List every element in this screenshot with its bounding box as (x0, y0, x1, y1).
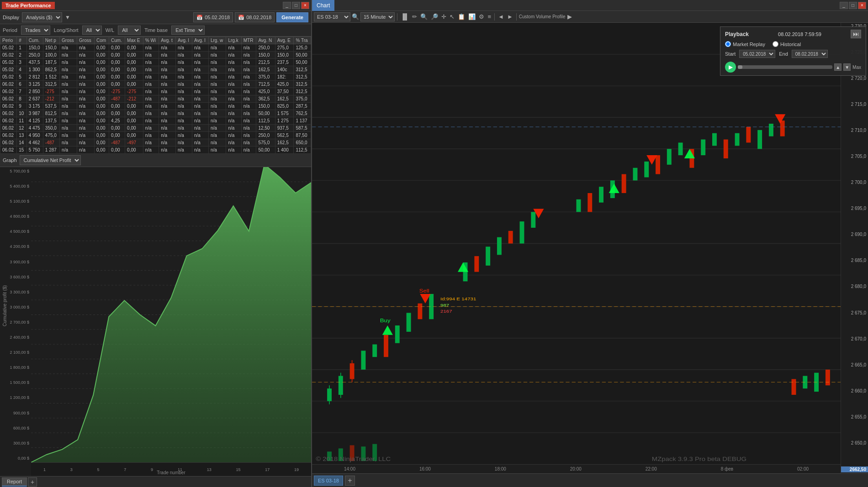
svg-rect-73 (792, 379, 796, 395)
table-row[interactable]: 06.02 6 3 125 312,5 n/a n/a 0,00 0,00 0,… (0, 81, 311, 88)
table-row[interactable]: 06.02 8 2 637 -212 n/a n/a 0,00 -487 -21… (0, 95, 311, 103)
table-row[interactable]: 06.02 13 4 950 475,0 n/a n/a 0,00 0,00 0… (0, 132, 311, 139)
current-price-label: 2662,50 (841, 466, 868, 472)
svg-text:© 2018 NinjaTrader, LLC: © 2018 NinjaTrader, LLC (316, 456, 391, 462)
col-mtr: MTR (241, 37, 256, 44)
y-axis-label: 2 100,00 $ (0, 350, 31, 355)
table-row[interactable]: 06.02 11 4 125 137,5 n/a n/a 0,00 4,25 0… (0, 117, 311, 125)
table-row[interactable]: 06.02 9 3 175 537,5 n/a n/a 0,00 0,00 0,… (0, 103, 311, 110)
symbol-select[interactable]: ES 03-18 (314, 12, 350, 21)
chart-close-btn[interactable]: × (858, 2, 866, 9)
table-row[interactable]: 06.02 7 2 850 -275 n/a n/a 0,00 -275 -27… (0, 88, 311, 95)
step-up-btn[interactable]: ▲ (834, 63, 842, 71)
svg-rect-41 (372, 345, 377, 357)
arrow-btn[interactable]: ↖ (449, 13, 455, 20)
y-axis-label: 5 400,00 $ (0, 184, 31, 189)
price-axis-label: 2 690,0 (841, 232, 868, 237)
y-axis-label: 600,00 $ (0, 426, 31, 430)
close-btn[interactable]: × (301, 2, 309, 9)
svg-rect-55 (587, 193, 592, 212)
wl-select[interactable]: All (118, 26, 141, 35)
maximize-btn[interactable]: □ (292, 2, 300, 9)
col-pctw: % Wi (143, 37, 159, 44)
col-pct: % Tra (294, 37, 311, 44)
report-tab[interactable]: Report (2, 477, 27, 487)
col-gross2: Gross (77, 37, 95, 44)
table-row[interactable]: 05.02 4 1 300 862,5 n/a n/a 0,00 0,00 0,… (0, 66, 311, 73)
end-date-btn[interactable]: 📅 08.02.2018 (235, 12, 275, 22)
filter-icon[interactable]: ▼ (65, 14, 70, 21)
historical-radio[interactable] (773, 41, 778, 47)
period-label: Period (3, 27, 17, 33)
y-axis-title: Cumulative profit ($) (2, 317, 7, 326)
nav-right-btn[interactable]: ► (506, 13, 514, 20)
longshort-select[interactable]: All (82, 26, 102, 35)
col-period: Perio (0, 37, 17, 44)
nav-left-btn[interactable]: ◄ (497, 13, 505, 20)
y-axis-label: 5 100,00 $ (0, 199, 31, 204)
start-date-btn[interactable]: 📅 05.02.2018 (193, 12, 233, 22)
template-btn[interactable]: 📋 (457, 13, 466, 20)
zoom-in-btn[interactable]: 🔍 (419, 13, 429, 20)
draw-btn[interactable]: ✏ (411, 13, 418, 20)
table-row[interactable]: 06.02 10 3 987 812,5 n/a n/a 0,00 0,00 0… (0, 110, 311, 117)
graph-type-select[interactable]: Cumulative Net Profit (20, 155, 81, 165)
timebase-select[interactable]: Ext Time (171, 26, 205, 35)
playback-datetime: 08.02.2018 7:59:59 (778, 31, 821, 37)
market-replay-radio[interactable] (725, 41, 731, 47)
table-row[interactable]: 06.02 12 4 475 350,0 n/a n/a 0,00 0,00 0… (0, 125, 311, 132)
col-lrgw: Lrg. w (208, 37, 226, 44)
price-axis-label: 2 695,0 (841, 206, 868, 211)
y-axis-label: 300,00 $ (0, 441, 31, 445)
properties-btn[interactable]: ≡ (487, 13, 492, 20)
start-date-select[interactable]: 05.02.2018 (739, 50, 775, 58)
minimize-btn[interactable]: _ (283, 2, 291, 9)
end-date-select[interactable]: 08.02.2018 (792, 50, 828, 58)
play-button[interactable]: ▶ (725, 62, 736, 73)
price-axis-label: 2 710,0 (841, 128, 868, 133)
svg-rect-60 (644, 162, 649, 178)
svg-rect-49 (486, 246, 490, 265)
table-row[interactable]: 05.02 3 437,5 187,5 n/a n/a 0,00 0,00 0,… (0, 59, 311, 66)
table-row[interactable]: 05.02 1 150,0 150,0 n/a n/a 0,00 0,00 0,… (0, 44, 311, 52)
svg-text:Sell: Sell (419, 288, 429, 294)
chart-minimize-btn[interactable]: _ (840, 2, 848, 9)
table-row[interactable]: 05.02 2 250,0 100,0 n/a n/a 0,00 0,00 0,… (0, 52, 311, 59)
expand-btn[interactable]: ▶ (566, 13, 573, 20)
table-row[interactable]: 05.02 5 2 812 1 512 n/a n/a 0,00 0,00 0,… (0, 73, 311, 81)
timeframe-select[interactable]: 15 Minute (360, 12, 395, 21)
strategy-btn[interactable]: ⚙ (478, 13, 485, 20)
svg-rect-50 (497, 237, 502, 255)
period-select[interactable]: Trades (21, 26, 50, 35)
chart-maximize-btn[interactable]: □ (849, 2, 857, 9)
zoom-out-btn[interactable]: 🔎 (430, 13, 439, 20)
crosshair-btn[interactable]: ✛ (440, 13, 447, 20)
display-select[interactable]: Analysis ($) (22, 12, 62, 22)
search-icon[interactable]: 🔍 (352, 13, 359, 20)
max-label: Max (852, 65, 861, 70)
price-axis-label: 2 650,0 (841, 440, 868, 445)
add-chart-btn[interactable]: + (345, 476, 355, 486)
data-box-btn[interactable]: 📊 (467, 13, 476, 20)
playback-progress-bar[interactable] (738, 65, 832, 69)
chart-tab[interactable]: Chart (312, 0, 334, 11)
table-row[interactable]: 06.02 15 5 750 1 287 n/a n/a 0,00 0,00 0… (0, 147, 311, 154)
svg-rect-70 (757, 130, 762, 149)
col-cum: Cum. (26, 37, 43, 44)
y-axis-label: 2 400,00 $ (0, 335, 31, 340)
y-axis-label: 4 200,00 $ (0, 244, 31, 249)
svg-rect-61 (656, 155, 660, 174)
y-axis-label: 1 200,00 $ (0, 395, 31, 400)
step-down-btn[interactable]: ▼ (843, 63, 851, 71)
bar-type-btn[interactable]: ▐▌ (400, 13, 410, 20)
symbol-tab-btn[interactable]: ES 03-18 (314, 476, 343, 486)
time-axis-label: 18:00 (495, 466, 506, 471)
table-row[interactable]: 06.02 14 4 462 -487 n/a n/a 0,00 -487 -4… (0, 139, 311, 147)
historical-label: Historical (780, 42, 801, 47)
svg-rect-45 (418, 304, 422, 319)
generate-button[interactable]: Generate (276, 12, 308, 22)
price-axis-label: 2 665,0 (841, 362, 868, 367)
playback-skip-end-btn[interactable]: ⏭ (851, 30, 861, 38)
add-tab-btn[interactable]: + (28, 477, 37, 487)
y-axis-label: 0,00 $ (0, 456, 31, 461)
